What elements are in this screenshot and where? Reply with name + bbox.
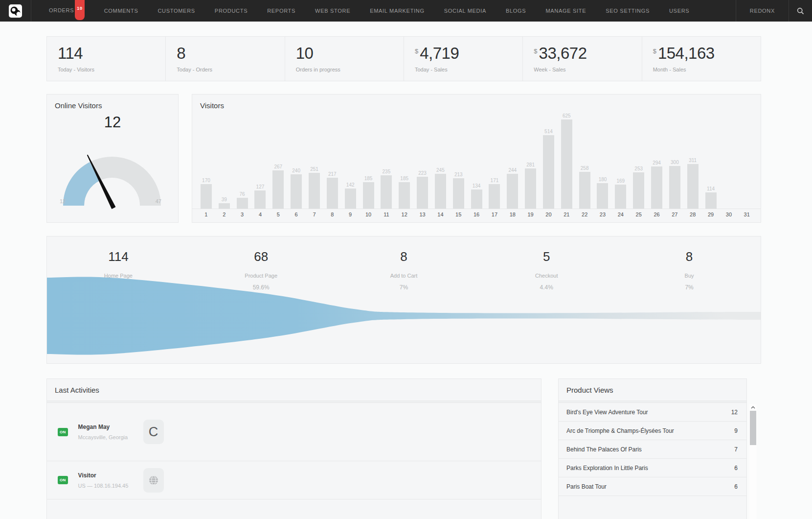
online-status-badge: ON: [58, 428, 68, 436]
bar-value-label: 625: [563, 113, 571, 118]
bar-day-16: [471, 189, 482, 209]
logo[interactable]: [0, 0, 31, 22]
nav-item-label: EMAIL MARKETING: [370, 8, 425, 14]
bar-value-label: 240: [292, 168, 300, 173]
bar-value-label: 267: [274, 164, 282, 169]
scrollbar-thumb[interactable]: [750, 411, 756, 445]
account-menu[interactable]: REDONX: [736, 0, 789, 22]
nav-item-label: CUSTOMERS: [158, 8, 195, 14]
bar-day-14: [435, 174, 446, 209]
product-view-count: 12: [731, 409, 738, 416]
x-axis-label: 30: [720, 209, 738, 217]
bar-value-label: 170: [202, 178, 210, 183]
funnel-stage-label: Buy: [618, 273, 761, 279]
nav-item-customers[interactable]: CUSTOMERS: [148, 0, 204, 22]
nav-item-web-store[interactable]: WEB STORE: [305, 0, 360, 22]
x-axis-label: 24: [611, 209, 630, 217]
nav-item-seo-settings[interactable]: SEO SETTINGS: [596, 0, 659, 22]
stat-value: 10: [296, 44, 404, 63]
funnel-stage-label: Checkout: [475, 273, 618, 279]
nav-item-users[interactable]: USERS: [659, 0, 699, 22]
bar-column: 134: [468, 183, 486, 209]
product-view-count: 7: [734, 446, 738, 453]
x-axis-label: 2: [215, 209, 233, 217]
orders-count-badge: 10: [75, 0, 84, 20]
dashboard-app: ORDERS10COMMENTSCUSTOMERSPRODUCTSREPORTS…: [0, 0, 812, 519]
product-name: Paris Boat Tour: [566, 483, 607, 490]
search-button[interactable]: [789, 0, 812, 22]
bar-value-label: 134: [473, 183, 481, 189]
product-views-title: Product Views: [559, 379, 746, 394]
bar-day-11: [381, 175, 392, 209]
product-view-item[interactable]: Paris Boat Tour6: [559, 477, 746, 496]
scroll-up-button[interactable]: [749, 404, 757, 410]
bar-value-label: 142: [346, 182, 355, 188]
product-name: Arc de Triomphe & Champs-Élysées Tour: [566, 427, 674, 434]
bar-column: 235: [377, 169, 395, 209]
funnel-stages: 114Home Page68Product Page59.6%8Add to C…: [47, 236, 761, 291]
bar-column: 253: [630, 166, 648, 209]
gauge-min-label: 12: [60, 198, 66, 204]
funnel-stage-buy: 8Buy7%: [618, 236, 761, 291]
nav-item-products[interactable]: PRODUCTS: [205, 0, 257, 22]
activity-text: VisitorUS — 108.16.194.45: [78, 472, 143, 489]
bar-value-label: 245: [436, 167, 445, 173]
nav-item-comments[interactable]: COMMENTS: [94, 0, 148, 22]
bar-day-21: [561, 119, 572, 209]
conversion-funnel-card: 114Home Page68Product Page59.6%8Add to C…: [46, 236, 761, 364]
bar-value-label: 253: [634, 166, 643, 171]
visitors-x-axis: 1234567891011121314151617181920212223242…: [192, 209, 761, 217]
funnel-stage-percent: 4.4%: [475, 284, 618, 291]
bar-value-label: 294: [653, 160, 661, 165]
nav-item-label: WEB STORE: [315, 8, 350, 14]
bar-day-4: [254, 190, 266, 209]
stat-value: $4,719: [415, 44, 522, 63]
x-axis-label: 5: [269, 209, 287, 217]
bar-column: 39: [215, 197, 233, 209]
bottom-row: Last Activities ONMegan MayMccaysville, …: [46, 378, 761, 519]
bar-day-10: [363, 182, 374, 209]
product-view-item[interactable]: Behind The Palaces Of Paris7: [559, 440, 746, 459]
x-axis-label: 7: [305, 209, 323, 217]
globe-icon: [143, 468, 164, 493]
main-content: 114Today - Visitors8Today - Orders10Orde…: [0, 22, 812, 519]
bar-value-label: 171: [491, 178, 499, 183]
product-view-item[interactable]: Bird's Eye View Adventure Tour12: [559, 403, 746, 422]
product-name: Behind The Palaces Of Paris: [566, 446, 642, 453]
bar-day-2: [219, 203, 230, 209]
bar-value-label: 39: [222, 197, 227, 202]
x-axis-label: 22: [576, 209, 594, 217]
bar-day-12: [399, 182, 410, 209]
nav-item-blogs[interactable]: BLOGS: [496, 0, 536, 22]
activity-row[interactable]: ONMegan MayMccaysville, GeorgiaC: [47, 403, 541, 461]
bar-column: 251: [305, 166, 323, 209]
nav-item-reports[interactable]: REPORTS: [257, 0, 305, 22]
bar-day-1: [201, 184, 212, 209]
x-axis-label: 3: [233, 209, 251, 217]
product-name: Parks Exploration In Little Paris: [566, 465, 648, 472]
nav-item-orders[interactable]: ORDERS10: [39, 0, 94, 23]
bar-day-5: [272, 170, 284, 209]
stats-row: 114Today - Visitors8Today - Orders10Orde…: [46, 36, 761, 81]
x-axis-label: 20: [540, 209, 558, 217]
activity-row[interactable]: ONVisitorUS — 108.16.194.45: [47, 461, 541, 499]
x-axis-label: 31: [738, 209, 756, 217]
last-activities-title: Last Activities: [47, 379, 541, 394]
product-view-item[interactable]: Arc de Triomphe & Champs-Élysées Tour9: [559, 422, 746, 440]
product-view-item[interactable]: Parks Exploration In Little Paris6: [559, 459, 746, 477]
product-views-scrollbar[interactable]: [749, 404, 757, 519]
search-icon: [797, 7, 804, 15]
online-status-badge: ON: [58, 476, 68, 484]
funnel-stage-product-page: 68Product Page59.6%: [190, 236, 333, 291]
bar-column: 217: [323, 171, 341, 209]
nav-item-manage-site[interactable]: MANAGE SITE: [536, 0, 596, 22]
gauge: 12 47: [47, 133, 178, 212]
bar-value-label: 185: [364, 176, 373, 181]
x-axis-label: 19: [521, 209, 540, 217]
nav-item-email-marketing[interactable]: EMAIL MARKETING: [360, 0, 434, 22]
x-axis-label: 9: [341, 209, 360, 217]
bar-day-15: [453, 178, 464, 209]
bar-day-18: [507, 174, 518, 209]
activity-list: ONMegan MayMccaysville, GeorgiaCONVisito…: [47, 403, 541, 499]
nav-item-social-media[interactable]: SOCIAL MEDIA: [434, 0, 496, 22]
